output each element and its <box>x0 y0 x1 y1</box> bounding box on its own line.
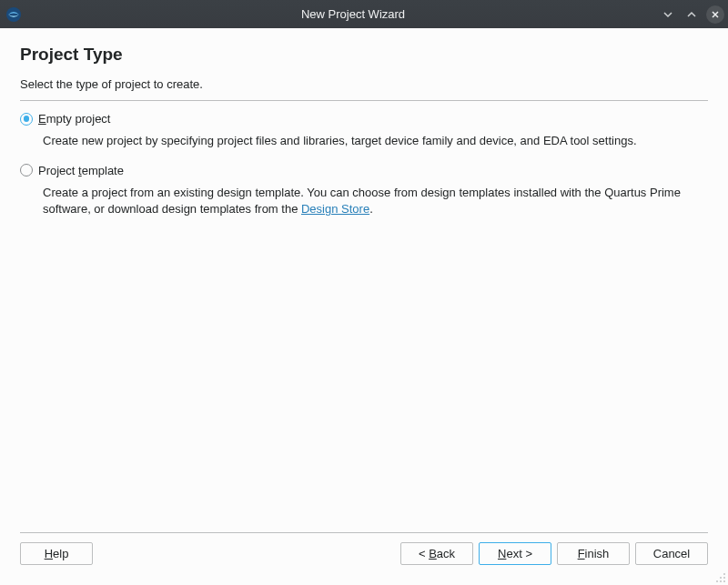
option-template-label: Project template <box>38 164 124 177</box>
page-title: Project Type <box>20 45 708 65</box>
back-button[interactable]: < Back <box>400 542 473 565</box>
svg-point-3 <box>723 577 725 579</box>
maximize-button[interactable] <box>682 5 701 24</box>
window-controls <box>659 5 724 24</box>
option-empty-label: Empty project <box>38 112 110 126</box>
next-button[interactable]: Next > <box>479 542 551 565</box>
svg-point-6 <box>723 580 725 582</box>
titlebar: New Project Wizard <box>0 0 728 28</box>
divider <box>20 100 708 101</box>
help-button[interactable]: Help <box>20 542 93 565</box>
resize-grip-icon[interactable] <box>715 572 726 583</box>
footer-button-bar: Help < Back Next > Finish Cancel <box>20 532 708 576</box>
svg-point-0 <box>6 7 21 22</box>
option-empty-project[interactable]: Empty project <box>20 112 708 126</box>
content-area: Project Type Select the type of project … <box>0 28 728 585</box>
window-title: New Project Wizard <box>25 7 681 21</box>
option-empty-description: Create new project by specifying project… <box>43 133 707 149</box>
design-store-link[interactable]: Design Store <box>301 202 369 216</box>
finish-button[interactable]: Finish <box>557 542 630 565</box>
app-icon <box>5 6 22 23</box>
radio-project-template[interactable] <box>20 164 33 177</box>
minimize-button[interactable] <box>659 5 677 24</box>
svg-point-2 <box>720 577 722 579</box>
options-group: Empty project Create new project by spec… <box>20 112 708 532</box>
option-project-template[interactable]: Project template <box>20 164 708 177</box>
svg-point-1 <box>723 573 725 575</box>
option-template-description: Create a project from an existing design… <box>43 185 707 217</box>
svg-point-5 <box>720 580 722 582</box>
radio-empty-project[interactable] <box>20 113 33 126</box>
close-button[interactable] <box>706 5 724 24</box>
cancel-button[interactable]: Cancel <box>635 542 708 565</box>
svg-point-4 <box>716 580 718 582</box>
page-subtitle: Select the type of project to create. <box>20 77 708 91</box>
